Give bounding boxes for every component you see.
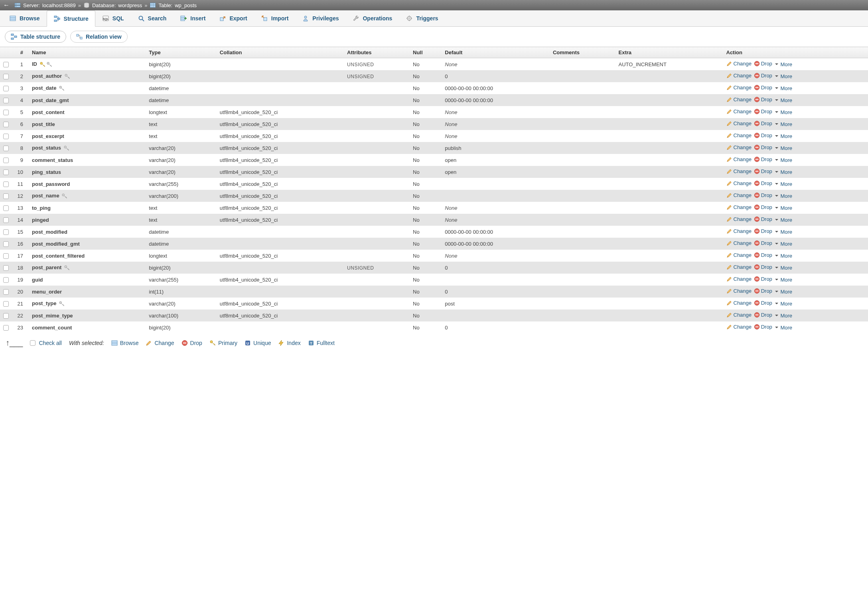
- row-checkbox[interactable]: [3, 134, 9, 139]
- more-link[interactable]: More: [774, 169, 792, 175]
- change-link[interactable]: Change: [726, 192, 752, 198]
- change-link[interactable]: Change: [726, 85, 752, 91]
- more-link[interactable]: More: [774, 289, 792, 295]
- drop-link[interactable]: Drop: [754, 276, 772, 282]
- drop-link[interactable]: Drop: [754, 132, 772, 138]
- bulk-change[interactable]: Change: [146, 340, 174, 346]
- drop-link[interactable]: Drop: [754, 108, 772, 114]
- more-link[interactable]: More: [774, 229, 792, 235]
- tab-sql[interactable]: SQL SQL: [95, 10, 131, 26]
- drop-link[interactable]: Drop: [754, 228, 772, 234]
- row-checkbox[interactable]: [3, 62, 9, 67]
- change-link[interactable]: Change: [726, 168, 752, 174]
- change-link[interactable]: Change: [726, 216, 752, 222]
- change-link[interactable]: Change: [726, 120, 752, 126]
- th-null[interactable]: Null: [410, 47, 442, 58]
- change-link[interactable]: Change: [726, 228, 752, 234]
- tab-search[interactable]: Search: [131, 10, 174, 26]
- more-link[interactable]: More: [774, 85, 792, 91]
- row-checkbox[interactable]: [3, 313, 9, 319]
- row-checkbox[interactable]: [3, 193, 9, 199]
- change-link[interactable]: Change: [726, 312, 752, 318]
- change-link[interactable]: Change: [726, 276, 752, 282]
- tab-insert[interactable]: Insert: [173, 10, 212, 26]
- row-checkbox[interactable]: [3, 158, 9, 163]
- drop-link[interactable]: Drop: [754, 216, 772, 222]
- change-link[interactable]: Change: [726, 144, 752, 150]
- th-default[interactable]: Default: [442, 47, 550, 58]
- more-link[interactable]: More: [774, 97, 792, 103]
- tab-browse[interactable]: Browse: [2, 10, 47, 26]
- more-link[interactable]: More: [774, 193, 792, 199]
- change-link[interactable]: Change: [726, 108, 752, 114]
- bulk-browse[interactable]: Browse: [111, 340, 139, 346]
- breadcrumb-table-link[interactable]: wp_posts: [175, 2, 197, 8]
- row-checkbox[interactable]: [3, 122, 9, 127]
- change-link[interactable]: Change: [726, 61, 752, 67]
- drop-link[interactable]: Drop: [754, 85, 772, 91]
- drop-link[interactable]: Drop: [754, 312, 772, 318]
- bulk-index[interactable]: Index: [278, 340, 300, 346]
- row-checkbox[interactable]: [3, 277, 9, 283]
- more-link[interactable]: More: [774, 253, 792, 259]
- drop-link[interactable]: Drop: [754, 180, 772, 186]
- change-link[interactable]: Change: [726, 132, 752, 138]
- more-link[interactable]: More: [774, 313, 792, 319]
- check-all[interactable]: Check all: [30, 340, 62, 346]
- row-checkbox[interactable]: [3, 217, 9, 223]
- tab-privileges[interactable]: Privileges: [295, 10, 345, 26]
- bulk-drop[interactable]: Drop: [181, 340, 202, 346]
- bulk-unique[interactable]: U Unique: [245, 340, 271, 346]
- tab-operations[interactable]: Operations: [345, 10, 399, 26]
- row-checkbox[interactable]: [3, 229, 9, 235]
- tab-structure[interactable]: Structure: [47, 10, 95, 27]
- row-checkbox[interactable]: [3, 253, 9, 259]
- change-link[interactable]: Change: [726, 300, 752, 306]
- row-checkbox[interactable]: [3, 265, 9, 271]
- drop-link[interactable]: Drop: [754, 324, 772, 330]
- more-link[interactable]: More: [774, 61, 792, 67]
- drop-link[interactable]: Drop: [754, 204, 772, 210]
- nav-back-button[interactable]: ←: [3, 2, 12, 9]
- more-link[interactable]: More: [774, 109, 792, 115]
- check-all-checkbox[interactable]: [30, 340, 36, 346]
- row-checkbox[interactable]: [3, 241, 9, 247]
- drop-link[interactable]: Drop: [754, 288, 772, 294]
- row-checkbox[interactable]: [3, 289, 9, 295]
- drop-link[interactable]: Drop: [754, 300, 772, 306]
- th-extra[interactable]: Extra: [615, 47, 723, 58]
- more-link[interactable]: More: [774, 241, 792, 247]
- change-link[interactable]: Change: [726, 97, 752, 102]
- relation-view-button[interactable]: Relation view: [70, 31, 127, 43]
- row-checkbox[interactable]: [3, 86, 9, 91]
- row-checkbox[interactable]: [3, 146, 9, 151]
- drop-link[interactable]: Drop: [754, 156, 772, 162]
- tab-export[interactable]: Export: [212, 10, 254, 26]
- more-link[interactable]: More: [774, 181, 792, 187]
- change-link[interactable]: Change: [726, 73, 752, 79]
- change-link[interactable]: Change: [726, 264, 752, 270]
- more-link[interactable]: More: [774, 157, 792, 163]
- row-checkbox[interactable]: [3, 98, 9, 103]
- more-link[interactable]: More: [774, 217, 792, 223]
- drop-link[interactable]: Drop: [754, 252, 772, 258]
- more-link[interactable]: More: [774, 145, 792, 151]
- more-link[interactable]: More: [774, 325, 792, 331]
- change-link[interactable]: Change: [726, 204, 752, 210]
- drop-link[interactable]: Drop: [754, 61, 772, 67]
- drop-link[interactable]: Drop: [754, 120, 772, 126]
- row-checkbox[interactable]: [3, 181, 9, 187]
- change-link[interactable]: Change: [726, 252, 752, 258]
- table-structure-button[interactable]: Table structure: [5, 31, 66, 43]
- more-link[interactable]: More: [774, 205, 792, 211]
- th-num[interactable]: #: [12, 47, 29, 58]
- change-link[interactable]: Change: [726, 324, 752, 330]
- drop-link[interactable]: Drop: [754, 264, 772, 270]
- drop-link[interactable]: Drop: [754, 168, 772, 174]
- more-link[interactable]: More: [774, 265, 792, 271]
- row-checkbox[interactable]: [3, 301, 9, 307]
- change-link[interactable]: Change: [726, 240, 752, 246]
- change-link[interactable]: Change: [726, 288, 752, 294]
- th-comments[interactable]: Comments: [550, 47, 615, 58]
- drop-link[interactable]: Drop: [754, 73, 772, 79]
